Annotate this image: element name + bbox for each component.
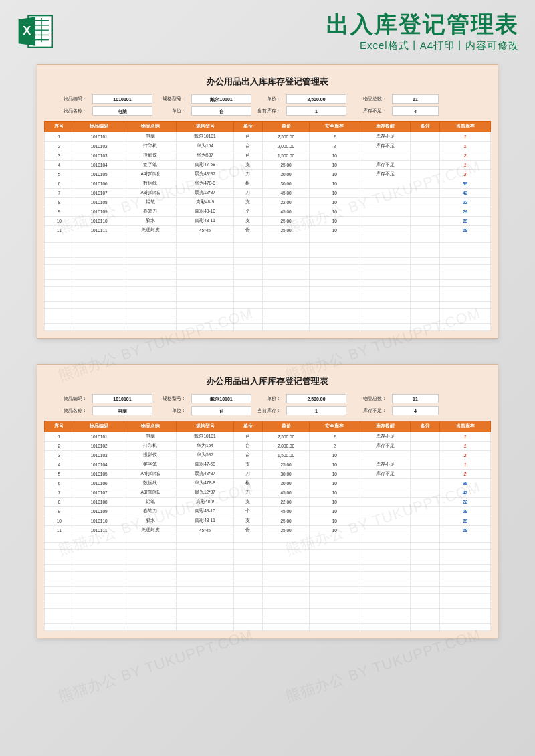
column-header: 单价 xyxy=(263,421,310,432)
label-lowstock: 库存不足： xyxy=(350,407,388,414)
table-row-empty xyxy=(45,572,491,579)
table-row: 91010109卷笔刀真彩48-10 个45.0010 29 xyxy=(45,507,491,516)
label-spec: 规格型号： xyxy=(156,395,187,402)
column-header: 物品名称 xyxy=(124,122,177,132)
table-row-empty xyxy=(45,579,491,587)
label-price: 单价： xyxy=(255,395,282,402)
column-header: 序号 xyxy=(45,421,74,432)
table-row: 81010108铅笔真彩48-9 支22.0010 22 xyxy=(45,198,491,207)
value-curstock: 1 xyxy=(286,406,346,415)
column-header: 规格型号 xyxy=(177,421,233,432)
info-grid: 物品编码： 1010101 规格型号： 戴尔10101 单价： 2,500.00… xyxy=(44,94,491,121)
table-row-empty xyxy=(45,287,491,294)
table-row: 51010105A4打印纸晨光48*87 刀30.0010库存不足 2 xyxy=(45,470,491,479)
column-header: 备注 xyxy=(411,421,440,432)
value-name: 电脑 xyxy=(92,406,152,415)
table-row-empty xyxy=(45,565,491,572)
page-subtitle: Excel格式丨A4打印丨内容可修改 xyxy=(63,39,519,52)
table-row: 91010109卷笔刀真彩48-10 个45.0010 29 xyxy=(45,207,491,217)
table-row-empty xyxy=(45,258,491,265)
inventory-table: 序号物品编码物品名称规格型号单位单价安全库存库存提醒备注当前库存 1101010… xyxy=(44,121,491,331)
column-header: 当前库存 xyxy=(440,122,491,132)
table-row: 101010110胶水真彩48-11 支25.0010 15 xyxy=(45,217,491,226)
label-unit: 单位： xyxy=(156,108,187,114)
info-grid: 物品编码： 1010101 规格型号： 戴尔10101 单价： 2,500.00… xyxy=(44,394,491,421)
document-preview-2: 办公用品出入库库存登记管理表 物品编码： 1010101 规格型号： 戴尔101… xyxy=(37,364,498,638)
table-row: 111010111凭证封皮45*45 份25.0010 18 xyxy=(45,526,491,535)
table-row-empty xyxy=(45,616,491,624)
table-row: 61010106数据线华为478-8 根30.0010 35 xyxy=(45,179,491,189)
table-row: 51010105A4打印纸晨光48*87 刀30.0010库存不足 2 xyxy=(45,170,491,179)
table-row: 71010107A3打印纸晨光12*87 刀45.0010 42 xyxy=(45,189,491,198)
column-header: 规格型号 xyxy=(177,122,233,132)
table-row: 101010110胶水真彩48-11 支25.0010 15 xyxy=(45,516,491,526)
value-total: 11 xyxy=(392,394,439,403)
doc-title: 办公用品出入库库存登记管理表 xyxy=(44,371,491,394)
label-curstock: 当前库存： xyxy=(255,407,282,414)
label-curstock: 当前库存： xyxy=(255,108,282,114)
label-lowstock: 库存不足： xyxy=(350,108,388,114)
column-header: 安全库存 xyxy=(309,421,360,432)
table-row-empty xyxy=(45,543,491,550)
label-total: 物品总数： xyxy=(350,96,388,102)
table-row: 41010104签字笔真彩47-58 支25.0010库存不足 1 xyxy=(45,460,491,470)
label-spec: 规格型号： xyxy=(156,96,187,102)
svg-text:X: X xyxy=(23,24,31,37)
label-total: 物品总数： xyxy=(350,395,388,402)
documents-container: 办公用品出入库库存登记管理表 物品编码： 1010101 规格型号： 戴尔101… xyxy=(0,59,535,652)
table-row-empty xyxy=(45,601,491,609)
table-row-empty xyxy=(45,535,491,543)
value-code: 1010101 xyxy=(92,94,152,104)
table-row: 21010102打印机华为154 台2,000.002库存不足 1 xyxy=(45,442,491,451)
value-lowstock: 4 xyxy=(392,106,439,116)
table-row: 81010108铅笔真彩48-9 支22.0010 22 xyxy=(45,498,491,507)
column-header: 当前库存 xyxy=(440,421,491,432)
value-name: 电脑 xyxy=(92,106,152,116)
column-header: 物品编码 xyxy=(74,122,124,132)
label-name: 物品名称： xyxy=(49,108,88,114)
table-row-empty xyxy=(45,557,491,565)
table-row: 11010101电脑戴尔10101 台2,500.002库存不足 1 xyxy=(45,132,491,142)
label-name: 物品名称： xyxy=(49,407,88,414)
table-row: 11010101电脑戴尔10101 台2,500.002库存不足 1 xyxy=(45,432,491,442)
value-total: 11 xyxy=(392,94,439,104)
inventory-table: 序号物品编码物品名称规格型号单位单价安全库存库存提醒备注当前库存 1101010… xyxy=(44,421,491,631)
doc-title: 办公用品出入库库存登记管理表 xyxy=(44,72,491,94)
column-header: 物品编码 xyxy=(74,421,124,432)
value-unit: 台 xyxy=(191,406,251,415)
label-code: 物品编码： xyxy=(49,96,88,102)
table-row: 31010103投影仪华为587 台1,500.0010 2 xyxy=(45,451,491,460)
table-row: 71010107A3打印纸晨光12*87 刀45.0010 42 xyxy=(45,488,491,498)
table-row-empty xyxy=(45,302,491,309)
label-unit: 单位： xyxy=(156,407,187,414)
table-row-empty xyxy=(45,316,491,324)
table-row-empty xyxy=(45,587,491,594)
page-header: X 出入库登记管理表 Excel格式丨A4打印丨内容可修改 xyxy=(0,0,535,59)
column-header: 序号 xyxy=(45,122,74,132)
value-code: 1010101 xyxy=(92,394,152,403)
column-header: 物品名称 xyxy=(124,421,177,432)
table-row: 61010106数据线华为478-8 根30.0010 35 xyxy=(45,479,491,488)
value-spec: 戴尔10101 xyxy=(191,94,251,104)
value-spec: 戴尔10101 xyxy=(191,394,251,403)
excel-icon: X xyxy=(16,12,55,51)
table-row-empty xyxy=(45,624,491,631)
document-preview-1: 办公用品出入库库存登记管理表 物品编码： 1010101 规格型号： 戴尔101… xyxy=(37,64,498,339)
table-row-empty xyxy=(45,294,491,302)
column-header: 单位 xyxy=(233,122,263,132)
table-row-empty xyxy=(45,594,491,601)
table-row-empty xyxy=(45,609,491,616)
column-header: 安全库存 xyxy=(309,122,360,132)
table-row: 41010104签字笔真彩47-58 支25.0010库存不足 1 xyxy=(45,161,491,170)
table-row-empty xyxy=(45,309,491,316)
label-price: 单价： xyxy=(255,96,282,102)
value-price: 2,500.00 xyxy=(286,94,346,104)
table-row-empty xyxy=(45,250,491,258)
table-row: 31010103投影仪华为587 台1,500.0010 2 xyxy=(45,151,491,161)
column-header: 单价 xyxy=(263,122,310,132)
table-row-empty xyxy=(45,280,491,287)
column-header: 库存提醒 xyxy=(360,122,411,132)
value-curstock: 1 xyxy=(286,106,346,116)
table-row-empty xyxy=(45,550,491,557)
value-lowstock: 4 xyxy=(392,406,439,415)
